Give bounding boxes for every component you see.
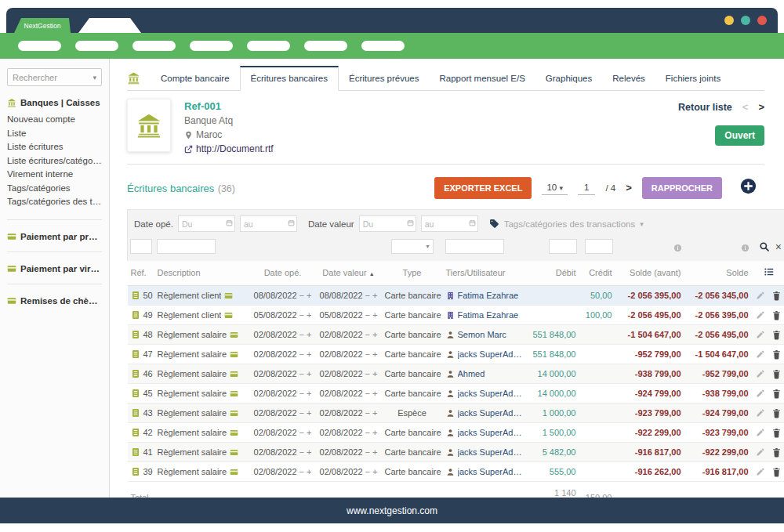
tab-écritures-bancaires[interactable]: Écritures bancaires xyxy=(240,66,339,91)
filter-credit-input[interactable] xyxy=(585,239,613,254)
date-plus-control[interactable]: + xyxy=(372,408,377,418)
document-link[interactable]: http://Document.rtf xyxy=(184,143,274,154)
date-plus-control[interactable]: + xyxy=(307,369,311,378)
col-ref[interactable]: Réf. xyxy=(128,261,154,286)
date-plus-control[interactable]: + xyxy=(307,389,311,398)
table-row[interactable]: 39Règlement salaire02/08/2022−+02/08/202… xyxy=(128,462,784,482)
date-plus-control[interactable]: + xyxy=(372,291,377,300)
table-row[interactable]: 46Règlement salaire02/08/2022−+02/08/202… xyxy=(128,364,784,384)
sidebar-section-title[interactable]: Remises de chèques xyxy=(7,296,102,306)
tiers-link[interactable]: Semon Marc xyxy=(458,330,506,339)
footer-url[interactable]: www.nextgestion.com xyxy=(347,505,437,516)
col-solde-avant[interactable]: Solde (avant) xyxy=(615,261,684,286)
date-minus-control[interactable]: − xyxy=(299,428,304,437)
edit-icon[interactable] xyxy=(756,369,765,378)
zoom-button[interactable] xyxy=(741,16,750,25)
tab-compte-bancaire[interactable]: Compte bancaire xyxy=(151,66,240,90)
sidebar-item[interactable]: Liste écritures xyxy=(7,140,102,154)
tiers-link[interactable]: Fatima Ezahrae xyxy=(458,310,519,320)
sidebar-item[interactable]: Nouveau compte xyxy=(7,113,102,127)
sidebar-item[interactable]: Liste écritures/catégories xyxy=(7,154,102,168)
sidebar-section-title[interactable]: Paiement par prélèv... xyxy=(7,232,102,241)
delete-icon[interactable] xyxy=(771,428,782,438)
edit-icon[interactable] xyxy=(756,330,765,339)
tab-graphiques[interactable]: Graphiques xyxy=(535,66,602,90)
date-minus-control[interactable]: − xyxy=(365,408,370,418)
date-minus-control[interactable]: − xyxy=(299,389,304,398)
date-plus-control[interactable]: + xyxy=(372,447,377,457)
date-plus-control[interactable]: + xyxy=(372,467,377,476)
sidebar-item[interactable]: Tags/catégories xyxy=(7,182,102,196)
date-plus-control[interactable]: + xyxy=(372,349,377,359)
date-plus-control[interactable]: + xyxy=(307,349,311,359)
delete-icon[interactable] xyxy=(771,349,782,360)
tab-rapport-mensuel-e/s[interactable]: Rapport mensuel E/S xyxy=(430,66,535,90)
search-icon[interactable] xyxy=(759,241,770,252)
date-minus-control[interactable]: − xyxy=(365,291,370,300)
filter-ref-input[interactable] xyxy=(130,239,152,254)
sidebar-search-select[interactable]: Rechercher ▾ xyxy=(7,68,102,86)
delete-icon[interactable] xyxy=(771,467,782,477)
edit-icon[interactable] xyxy=(756,310,765,320)
date-plus-control[interactable]: + xyxy=(307,291,311,300)
back-to-list-link[interactable]: Retour liste xyxy=(678,102,732,113)
edit-icon[interactable] xyxy=(756,408,765,418)
minimize-button[interactable] xyxy=(724,16,734,25)
tiers-link[interactable]: jacks SuperAdmin xyxy=(458,467,523,476)
edit-icon[interactable] xyxy=(756,389,765,398)
delete-icon[interactable] xyxy=(771,369,782,379)
date-plus-control[interactable]: + xyxy=(372,369,377,378)
tiers-link[interactable]: jacks SuperAdmin xyxy=(458,389,523,398)
clear-filters-icon[interactable]: × xyxy=(775,241,782,252)
chevron-right-icon[interactable]: > xyxy=(758,101,764,113)
table-row[interactable]: 49Règlement client05/08/2022−+05/08/2022… xyxy=(128,306,784,325)
brand-tab[interactable]: NextGestion xyxy=(14,18,71,33)
tab-écritures-prévues[interactable]: Écritures prévues xyxy=(339,66,429,90)
tiers-link[interactable]: jacks SuperAdmin xyxy=(458,428,523,437)
sidebar-section-title[interactable]: Banques | Caisses xyxy=(7,98,102,107)
tiers-link[interactable]: Fatima Ezahrae xyxy=(458,291,519,300)
add-entry-button[interactable] xyxy=(740,178,757,194)
filter-description-input[interactable] xyxy=(157,239,216,254)
menu-pill[interactable] xyxy=(361,41,405,51)
tiers-link[interactable]: Ahmed xyxy=(458,369,485,378)
menu-pill[interactable] xyxy=(304,41,347,51)
secondary-browser-tab[interactable] xyxy=(78,18,141,33)
status-open-button[interactable]: Ouvert xyxy=(715,125,764,146)
edit-icon[interactable] xyxy=(756,447,765,457)
table-row[interactable]: 50Règlement client08/08/2022−+08/08/2022… xyxy=(128,286,784,306)
col-credit[interactable]: Crédit xyxy=(579,261,615,286)
date-plus-control[interactable]: + xyxy=(307,447,311,457)
date-minus-control[interactable]: − xyxy=(365,467,370,476)
date-plus-control[interactable]: + xyxy=(307,428,311,437)
table-row[interactable]: 43Règlement salaire02/08/2022−+02/08/202… xyxy=(128,404,784,423)
date-minus-control[interactable]: − xyxy=(299,330,304,339)
col-tiers[interactable]: Tiers/Utilisateur xyxy=(443,261,526,286)
col-date-ope[interactable]: Date opé. xyxy=(250,261,316,286)
date-plus-control[interactable]: + xyxy=(307,310,311,320)
sidebar-item[interactable]: Liste xyxy=(7,127,102,141)
date-plus-control[interactable]: + xyxy=(372,330,377,339)
delete-icon[interactable] xyxy=(771,291,782,301)
edit-icon[interactable] xyxy=(756,349,765,359)
date-minus-control[interactable]: − xyxy=(365,389,370,398)
date-plus-control[interactable]: + xyxy=(307,467,311,476)
filter-tiers-input[interactable] xyxy=(445,239,504,254)
table-row[interactable]: 42Règlement salaire02/08/2022−+02/08/202… xyxy=(128,423,784,443)
chevron-left-icon[interactable]: < xyxy=(742,101,749,113)
date-minus-control[interactable]: − xyxy=(299,447,304,457)
menu-pill[interactable] xyxy=(132,41,176,51)
tab-relevés[interactable]: Relevés xyxy=(602,66,655,90)
delete-icon[interactable] xyxy=(771,310,782,320)
tiers-link[interactable]: jacks SuperAdmin xyxy=(458,447,523,457)
table-row[interactable]: 41Règlement salaire02/08/2022−+02/08/202… xyxy=(128,443,784,462)
tab-fichiers-joints[interactable]: Fichiers joints xyxy=(655,66,731,90)
table-row[interactable]: 47Règlement salaire02/08/2022−+02/08/202… xyxy=(128,345,784,364)
menu-pill[interactable] xyxy=(18,41,61,51)
edit-icon[interactable] xyxy=(756,291,765,300)
table-row[interactable]: 48Règlement salaire02/08/2022−+02/08/202… xyxy=(128,325,784,345)
filter-debit-input[interactable] xyxy=(549,239,577,254)
page-size-select[interactable]: 10 ▾ xyxy=(542,180,568,195)
date-minus-control[interactable]: − xyxy=(299,369,304,378)
current-page-input[interactable]: 1 xyxy=(578,180,595,195)
